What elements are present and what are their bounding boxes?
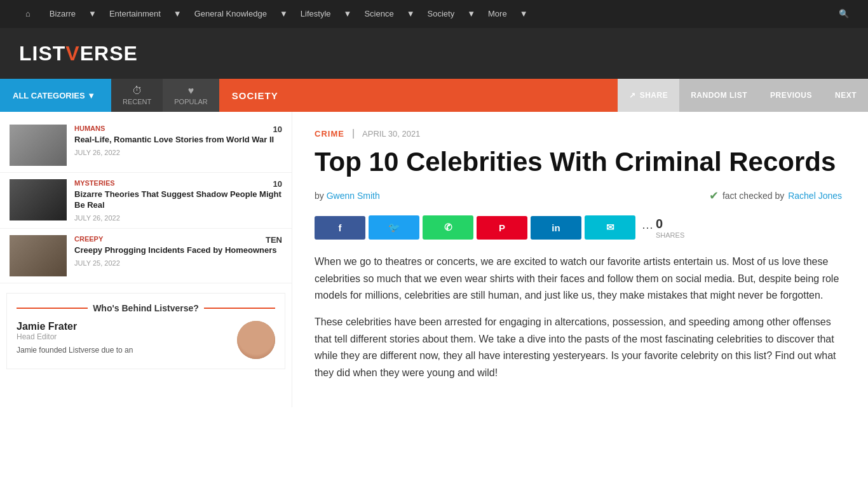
section-label: SOCIETY	[219, 79, 618, 112]
fact-check-icon: ✔	[709, 189, 719, 203]
home-link[interactable]: ⌂	[13, 0, 43, 28]
author-link[interactable]: Gwenn Smith	[327, 191, 380, 201]
category-label-creepy: CREEPY Ten	[74, 235, 282, 243]
item-title: Creepy Phrogging Incidents Faced by Home…	[74, 245, 282, 256]
search-icon[interactable]: 🔍	[832, 0, 855, 28]
who-name: Jamie Frater	[17, 321, 229, 332]
share-icon: ↗	[629, 91, 636, 100]
fact-checker-link[interactable]: Rachel Jones	[788, 191, 842, 201]
email-icon: ✉	[606, 222, 614, 233]
article-title: Top 10 Celebrities With Criminal Records	[315, 147, 842, 177]
email-share-button[interactable]: ✉	[585, 215, 635, 240]
item-title: Bizarre Theories That Suggest Shadow Peo…	[74, 189, 282, 211]
who-person: Jamie Frater Head Editor Jamie founded L…	[17, 321, 275, 359]
nav-arrow-more: ▼	[513, 0, 534, 28]
article-category[interactable]: CRIME	[315, 129, 344, 139]
facebook-icon: f	[339, 222, 342, 233]
whatsapp-share-button[interactable]: ✆	[423, 215, 473, 240]
nav-society[interactable]: Society	[421, 0, 461, 28]
avatar	[237, 321, 275, 359]
item-title: Real-Life, Romantic Love Stories from Wo…	[74, 135, 282, 146]
article-meta: by Gwenn Smith ✔ fact checked by Rachel …	[315, 189, 842, 203]
list-item[interactable]: CREEPY Ten Creepy Phrogging Incidents Fa…	[0, 229, 292, 283]
facebook-share-button[interactable]: f	[315, 216, 365, 240]
title-line-right	[204, 308, 275, 309]
avatar-image	[237, 321, 275, 359]
item-count: 10	[273, 125, 282, 134]
share-buttons-row: f 🐦 ✆ P in ✉ ⋯ 0 SHARES	[315, 215, 842, 240]
popular-label: POPULAR	[174, 98, 208, 105]
nav-general-knowledge[interactable]: General Knowledge	[188, 0, 273, 28]
recent-button[interactable]: ⏱ RECENT	[111, 79, 163, 112]
site-logo[interactable]: LISTVERSE	[19, 42, 138, 65]
list-item[interactable]: HUMANS 10 Real-Life, Romantic Love Stori…	[0, 118, 292, 173]
sidebar-item-info: CREEPY Ten Creepy Phrogging Incidents Fa…	[74, 235, 282, 276]
logo-area: LISTVERSE	[0, 28, 868, 79]
nav-more[interactable]: More	[482, 0, 513, 28]
article-paragraph-2: These celebrities have been arrested for…	[315, 314, 842, 381]
who-info: Jamie Frater Head Editor Jamie founded L…	[17, 321, 229, 356]
nav-arrow-lifestyle: ▼	[337, 0, 358, 28]
logo-v: V	[65, 42, 79, 65]
item-date: JULY 26, 2022	[74, 149, 282, 156]
pinterest-share-button[interactable]: P	[477, 216, 527, 240]
sidebar-item-info: MYSTERIES 10 Bizarre Theories That Sugge…	[74, 179, 282, 222]
category-bar: ALL CATEGORIES ▼ ⏱ RECENT ♥ POPULAR SOCI…	[0, 79, 868, 112]
previous-button[interactable]: PREVIOUS	[759, 79, 824, 112]
logo-text-erse: ERSE	[80, 42, 138, 65]
by-text: by	[315, 191, 324, 201]
home-icon: ⌂	[19, 0, 37, 28]
thumbnail-creepy	[10, 235, 67, 276]
nav-arrow-science: ▼	[400, 0, 421, 28]
share-dots-icon: ⋯	[642, 220, 653, 234]
popular-button[interactable]: ♥ POPULAR	[163, 79, 219, 112]
share-count-display: 0 SHARES	[656, 217, 684, 239]
share-button[interactable]: ↗ SHARE	[618, 79, 679, 112]
main-layout: HUMANS 10 Real-Life, Romantic Love Stori…	[0, 112, 868, 407]
who-behind-box: Who's Behind Listverse? Jamie Frater Hea…	[6, 293, 285, 369]
twitter-share-button[interactable]: 🐦	[369, 215, 419, 240]
shares-label: SHARES	[656, 231, 684, 239]
article-body: When we go to theatres or concerts, we a…	[315, 254, 842, 381]
twitter-icon: 🐦	[388, 222, 400, 233]
who-description: Jamie founded Listverse due to an	[17, 345, 229, 356]
whatsapp-icon: ✆	[444, 222, 452, 233]
category-label-mysteries: MYSTERIES 10	[74, 179, 282, 187]
category-text: HUMANS	[74, 125, 105, 132]
item-date: JULY 26, 2022	[74, 214, 282, 222]
nav-arrow-bizarre: ▼	[82, 0, 103, 28]
list-item[interactable]: MYSTERIES 10 Bizarre Theories That Sugge…	[0, 173, 292, 229]
recent-label: RECENT	[123, 98, 151, 105]
item-count: Ten	[266, 235, 282, 245]
next-button[interactable]: NEXT	[824, 79, 868, 112]
popular-icon: ♥	[188, 85, 194, 97]
item-date: JULY 25, 2022	[74, 259, 282, 267]
article-date: APRIL 30, 2021	[362, 129, 420, 139]
article-area: CRIME | APRIL 30, 2021 Top 10 Celebritie…	[292, 112, 864, 407]
article-byline: by Gwenn Smith	[315, 191, 380, 201]
nav-entertainment[interactable]: Entertainment	[103, 0, 167, 28]
title-line-left	[17, 308, 88, 309]
nav-arrow-general: ▼	[273, 0, 294, 28]
linkedin-share-button[interactable]: in	[531, 216, 581, 240]
category-text: MYSTERIES	[74, 179, 115, 187]
random-list-button[interactable]: RANDOM LIST	[679, 79, 759, 112]
category-label-humans: HUMANS 10	[74, 125, 282, 132]
who-title-text: Who's Behind Listverse?	[93, 303, 199, 313]
all-categories-button[interactable]: ALL CATEGORIES ▼	[0, 79, 111, 112]
nav-arrow-society: ▼	[461, 0, 482, 28]
thumbnail-mysteries	[10, 179, 67, 220]
pinterest-icon: P	[499, 222, 505, 233]
logo-text-list: LIST	[19, 42, 65, 65]
nav-bizarre[interactable]: Bizarre	[43, 0, 82, 28]
linkedin-icon: in	[552, 222, 560, 233]
fact-check-text: fact checked by	[722, 191, 784, 201]
sidebar-item-info: HUMANS 10 Real-Life, Romantic Love Stori…	[74, 125, 282, 166]
nav-lifestyle[interactable]: Lifestyle	[294, 0, 337, 28]
who-title: Who's Behind Listverse?	[17, 303, 275, 313]
thumbnail-humans	[10, 125, 67, 166]
article-paragraph-1: When we go to theatres or concerts, we a…	[315, 254, 842, 304]
nav-science[interactable]: Science	[358, 0, 400, 28]
item-count: 10	[273, 179, 282, 189]
top-navigation: ⌂ Bizarre ▼ Entertainment ▼ General Know…	[0, 0, 868, 28]
